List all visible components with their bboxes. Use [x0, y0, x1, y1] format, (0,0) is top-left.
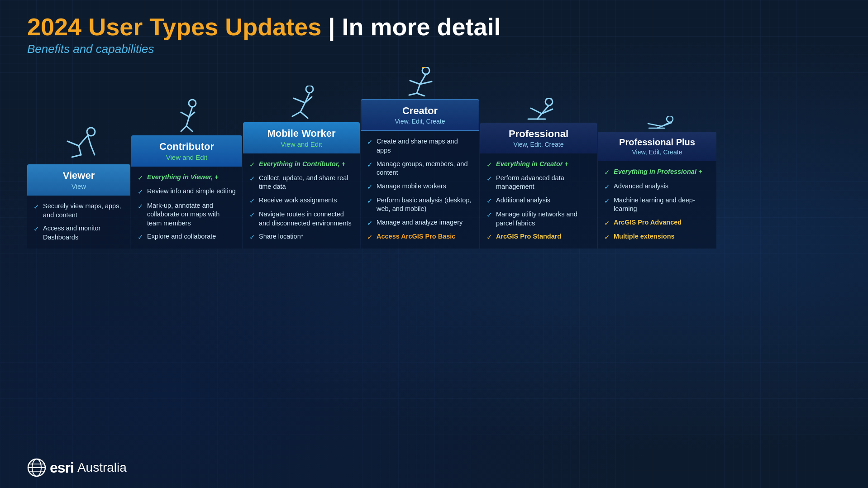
viewer-name: Viewer: [33, 170, 124, 182]
svg-line-16: [294, 98, 305, 103]
svg-point-0: [87, 128, 95, 136]
check-icon: ✓: [33, 225, 39, 234]
svg-line-4: [72, 155, 81, 157]
list-item: ✓Receive work assignments: [249, 196, 353, 206]
svg-line-38: [648, 124, 662, 126]
contributor-name: Contributor: [138, 141, 236, 153]
svg-line-13: [186, 126, 192, 131]
svg-line-26: [417, 84, 420, 93]
svg-line-27: [409, 93, 417, 95]
creator-header: Creator View, Edit, Create: [361, 99, 479, 131]
list-item: ✓Manage groups, members, and content: [367, 160, 473, 177]
check-icon: ✓: [249, 160, 255, 169]
header: 2024 User Types Updates | In more detail…: [27, 14, 850, 56]
title-orange: 2024 User Types Updates: [27, 13, 321, 40]
esri-brand-text: esri: [50, 459, 74, 476]
list-item: ✓Manage utility networks and parcel fabr…: [486, 210, 591, 228]
list-item: ✓Everything in Viewer, +: [138, 173, 236, 182]
svg-line-2: [67, 141, 79, 146]
check-icon: ✓: [367, 138, 373, 147]
svg-point-36: [667, 116, 673, 122]
crawling-person-icon: [58, 125, 99, 162]
creator-name: Creator: [367, 105, 472, 117]
svg-point-7: [189, 100, 196, 107]
list-item: ✓Machine learning and deep-learning: [604, 196, 710, 214]
check-icon: ✓: [249, 211, 255, 220]
running-person-icon: [282, 86, 321, 120]
check-icon: ✓: [604, 233, 610, 242]
professional-plus-name: Professional Plus: [604, 137, 710, 148]
check-icon: ✓: [486, 160, 492, 169]
professional-plus-icon-area: [598, 118, 716, 132]
list-item: ✓Perform advanced data management: [486, 174, 591, 191]
svg-line-1: [79, 135, 88, 146]
creator-icon-area: [361, 65, 479, 99]
creator-column: Creator View, Edit, Create ✓Create and s…: [361, 65, 479, 248]
list-item: ✓ArcGIS Pro Advanced: [604, 218, 710, 228]
list-item: ✓Share location*: [249, 232, 353, 242]
mobile-icon-area: [243, 81, 360, 122]
contributor-mode: View and Edit: [138, 153, 236, 161]
svg-line-31: [531, 108, 542, 114]
svg-line-18: [300, 103, 305, 112]
check-icon: ✓: [367, 233, 373, 242]
svg-line-28: [417, 93, 424, 96]
check-icon: ✓: [249, 174, 255, 183]
professional-column: Professional View, Edit, Create ✓Everyth…: [480, 98, 597, 249]
svg-line-20: [300, 112, 308, 118]
list-item: ✓Everything in Professional +: [604, 167, 710, 177]
contributor-column: Contributor View and Edit ✓Everything in…: [131, 86, 242, 248]
check-icon: ✓: [138, 233, 143, 242]
svg-point-21: [422, 67, 429, 74]
mobile-worker-mode: View and Edit: [249, 140, 353, 148]
svg-line-5: [88, 135, 91, 146]
list-item: ✓ArcGIS Pro Standard: [486, 232, 591, 242]
list-item: ✓Perform basic analysis (desktop, web, a…: [367, 196, 473, 214]
contributor-features: ✓Everything in Viewer, + ✓Review info an…: [131, 167, 242, 248]
professional-mode: View, Edit, Create: [486, 141, 591, 148]
viewer-column: Viewer View ✓Securely view maps, apps, a…: [27, 105, 130, 248]
jumping-person-icon: [401, 67, 439, 96]
check-icon: ✓: [604, 196, 610, 206]
title-white: | In more detail: [321, 13, 501, 40]
svg-point-14: [306, 86, 313, 93]
list-item: ✓Mark-up, annotate and collaborate on ma…: [138, 201, 236, 228]
list-item: ✓Securely view maps, apps, and content: [33, 202, 124, 220]
viewer-icon-area: [27, 105, 130, 164]
viewer-mode: View: [33, 182, 124, 190]
check-icon: ✓: [367, 219, 373, 228]
list-item: ✓Manage and analyze imagery: [367, 218, 473, 228]
viewer-features: ✓Securely view maps, apps, and content ✓…: [27, 196, 130, 248]
check-icon: ✓: [138, 187, 143, 196]
professional-plus-features: ✓Everything in Professional + ✓Advanced …: [598, 161, 716, 248]
svg-line-33: [537, 114, 542, 119]
check-icon: ✓: [486, 196, 492, 206]
list-item: ✓Explore and collaborate: [138, 232, 236, 242]
esri-globe-icon: [27, 458, 46, 477]
check-icon: ✓: [33, 202, 39, 211]
mobile-worker-features: ✓Everything in Contributor, + ✓Collect, …: [243, 153, 360, 249]
check-icon: ✓: [604, 219, 610, 228]
list-item: ✓Manage mobile workers: [367, 182, 473, 191]
flying-person-icon: [634, 116, 680, 129]
mobile-worker-name: Mobile Worker: [249, 128, 353, 139]
creator-features: ✓Create and share maps and apps ✓Manage …: [361, 131, 479, 248]
check-icon: ✓: [249, 196, 255, 206]
user-types-grid: Viewer View ✓Securely view maps, apps, a…: [27, 65, 850, 248]
main-content: 2024 User Types Updates | In more detail…: [0, 0, 868, 258]
contributor-header: Contributor View and Edit: [131, 135, 242, 167]
list-item: ✓Review info and simple editing: [138, 187, 236, 196]
page-subtitle: Benefits and capabilities: [27, 42, 850, 56]
list-item: ✓Everything in Contributor, +: [249, 160, 353, 169]
check-icon: ✓: [138, 173, 143, 182]
list-item: ✓Additional analysis: [486, 196, 591, 206]
professional-icon-area: [480, 98, 597, 123]
list-item: ✓Navigate routes in connected and discon…: [249, 210, 353, 228]
mobile-worker-header: Mobile Worker View and Edit: [243, 122, 360, 153]
list-item: ✓Multiple extensions: [604, 232, 710, 242]
check-icon: ✓: [367, 196, 373, 206]
professional-name: Professional: [486, 128, 591, 140]
viewer-header: Viewer View: [27, 164, 130, 196]
professional-plus-header: Professional Plus View, Edit, Create: [598, 132, 716, 161]
check-icon: ✓: [367, 160, 373, 169]
